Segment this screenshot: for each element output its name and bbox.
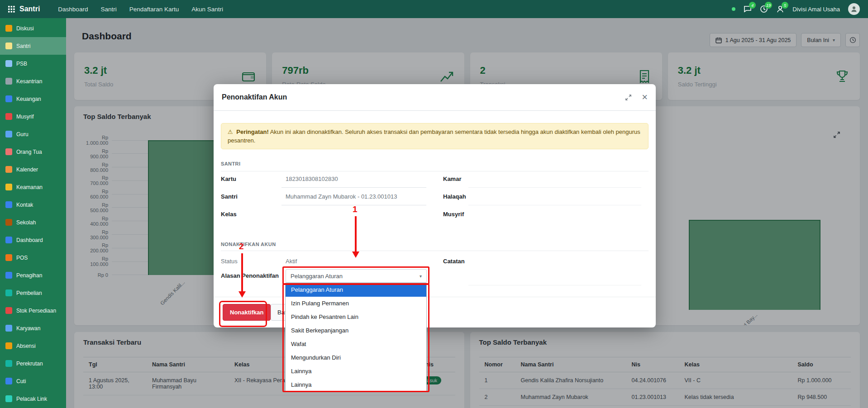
sidebar-item[interactable]: Stok Persediaan	[0, 302, 66, 319]
kelas-label: Kelas	[221, 211, 237, 218]
purchase-icon	[5, 289, 12, 296]
modal-expand-icon[interactable]	[625, 94, 632, 101]
top-navbar: Santri DashboardSantriPendaftaran KartuA…	[0, 0, 868, 18]
sidebar-item-label: Penagihan	[16, 272, 42, 279]
link-tracker-icon	[5, 395, 12, 402]
sidebar-item[interactable]: Karyawan	[0, 319, 66, 337]
billing-icon	[5, 272, 12, 279]
sidebar-item[interactable]: Kalender	[0, 161, 66, 178]
chat-icon	[5, 25, 12, 32]
school-icon	[5, 219, 12, 226]
sidebar-item-label: Perekrutan	[16, 361, 43, 367]
status-label: Status	[221, 258, 238, 265]
sidebar-item-label: Kontak	[16, 202, 33, 208]
sidebar-item-label: Kesantrian	[16, 78, 42, 85]
history-icon[interactable]: 19	[760, 5, 768, 13]
modal-close-icon[interactable]: ×	[642, 92, 648, 102]
sidebar-item[interactable]: Kesantrian	[0, 72, 66, 90]
modal-header: Penonaktifan Akun ×	[214, 84, 656, 111]
musyrif-label: Musyrif	[443, 211, 464, 218]
pos-icon	[5, 254, 12, 261]
sidebar-item-label: Musyrif	[16, 114, 34, 120]
field-underline	[468, 187, 641, 188]
section-santri: SANTRI	[221, 161, 240, 166]
annotation-arrow-1	[355, 216, 357, 251]
stock-icon	[5, 307, 12, 314]
mentor-icon	[5, 113, 12, 120]
chat-icon[interactable]: 4	[744, 5, 752, 13]
status-value: Aktif	[286, 258, 297, 265]
annotation-arrowhead-1	[352, 251, 359, 258]
field-underline	[281, 187, 426, 188]
kartu-label: Kartu	[221, 176, 236, 182]
attendance-icon	[5, 342, 12, 349]
user-approval-icon[interactable]: 5	[776, 5, 784, 13]
sidebar-item[interactable]: Penagihan	[0, 266, 66, 284]
navbar-link[interactable]: Santri	[94, 6, 123, 13]
sidebar-item-label: Orang Tua	[16, 149, 42, 155]
avatar[interactable]	[848, 3, 860, 15]
warning-alert: ⚠ Peringatan! Akun ini akan dinonaktifka…	[221, 123, 649, 149]
modal-footer-divider	[214, 297, 656, 297]
annotation-arrowhead-2	[238, 291, 246, 298]
kamar-label: Kamar	[443, 176, 461, 182]
divider	[221, 251, 649, 251]
sidebar-item[interactable]: Cuti	[0, 372, 66, 390]
finance-icon	[5, 95, 12, 102]
sidebar-item-label: Keamanan	[16, 184, 43, 190]
modal-title: Penonaktifan Akun	[222, 93, 287, 101]
field-underline	[468, 205, 641, 205]
apps-grid-icon[interactable]	[8, 6, 15, 13]
navbar-links: DashboardSantriPendaftaran KartuAkun San…	[52, 0, 229, 18]
security-icon	[5, 184, 12, 190]
navbar-link[interactable]: Akun Santri	[185, 6, 229, 13]
sidebar-item[interactable]: Sekolah	[0, 213, 66, 231]
alasan-label: Alasan Penonaktifan	[221, 272, 279, 279]
sidebar-item[interactable]: PSB	[0, 55, 66, 72]
registration-icon	[5, 60, 12, 67]
sidebar-item[interactable]: Pembelian	[0, 284, 66, 302]
sidebar-item[interactable]: Perekrutan	[0, 355, 66, 372]
sidebar-item[interactable]: Musyrif	[0, 108, 66, 125]
warning-text: Akun ini akan dinonaktifkan. Seluruh aks…	[228, 128, 640, 144]
sidebar-item[interactable]: Diskusi	[0, 19, 66, 37]
annotation-step-2: 2	[239, 242, 244, 251]
annotation-box-deactivate	[219, 301, 267, 327]
sidebar-item-label: Kalender	[16, 166, 38, 173]
history-badge: 19	[765, 2, 773, 9]
navbar-right: 4 19 5 Divisi Amal Usaha	[732, 3, 860, 15]
user-division[interactable]: Divisi Amal Usaha	[792, 6, 840, 13]
sidebar-item[interactable]: Keamanan	[0, 178, 66, 196]
brand[interactable]: Santri	[19, 5, 40, 13]
sidebar-item[interactable]: Keuangan	[0, 90, 66, 108]
annotation-box-options	[282, 284, 429, 392]
santri-value: Muhammad Zayn Mubarok - 01.23.001013	[286, 193, 397, 200]
sidebar-item-label: Santri	[16, 43, 30, 49]
halaqah-label: Halaqah	[443, 193, 466, 200]
annotation-box-select	[282, 266, 429, 285]
sidebar-item[interactable]: Santri	[0, 37, 66, 55]
sidebar-item-label: Sekolah	[16, 219, 36, 226]
sidebar-menu: Diskusi Santri PSB Kesantrian Keuangan	[0, 19, 66, 408]
sidebar-item-label: PSB	[16, 61, 27, 67]
deactivation-modal: Penonaktifan Akun × ⚠ Peringatan! Akun i…	[214, 84, 656, 327]
navbar-link[interactable]: Dashboard	[52, 6, 94, 13]
navbar-link[interactable]: Pendaftaran Kartu	[123, 6, 186, 13]
sidebar-item-label: Absensi	[16, 343, 36, 349]
section-nonaktifkan: NONAKTIFKAN AKUN	[221, 242, 276, 247]
sidebar-item[interactable]: Dashboard	[0, 231, 66, 249]
sidebar-item[interactable]: Kontak	[0, 196, 66, 213]
sidebar-item[interactable]: Absensi	[0, 337, 66, 355]
globe-icon	[5, 78, 12, 85]
sidebar-item[interactable]: Pelacak Link	[0, 390, 66, 408]
sidebar-item-label: Pembelian	[16, 290, 42, 296]
warning-icon: ⚠	[228, 128, 233, 135]
employee-icon	[5, 325, 12, 332]
warning-title: Peringatan!	[236, 128, 269, 135]
sidebar-item[interactable]: POS	[0, 249, 66, 266]
sidebar-item[interactable]: Guru	[0, 125, 66, 143]
teacher-icon	[5, 131, 12, 138]
sidebar-item-label: Karyawan	[16, 325, 40, 332]
sidebar-item[interactable]: Orang Tua	[0, 143, 66, 161]
parents-icon	[5, 148, 12, 155]
